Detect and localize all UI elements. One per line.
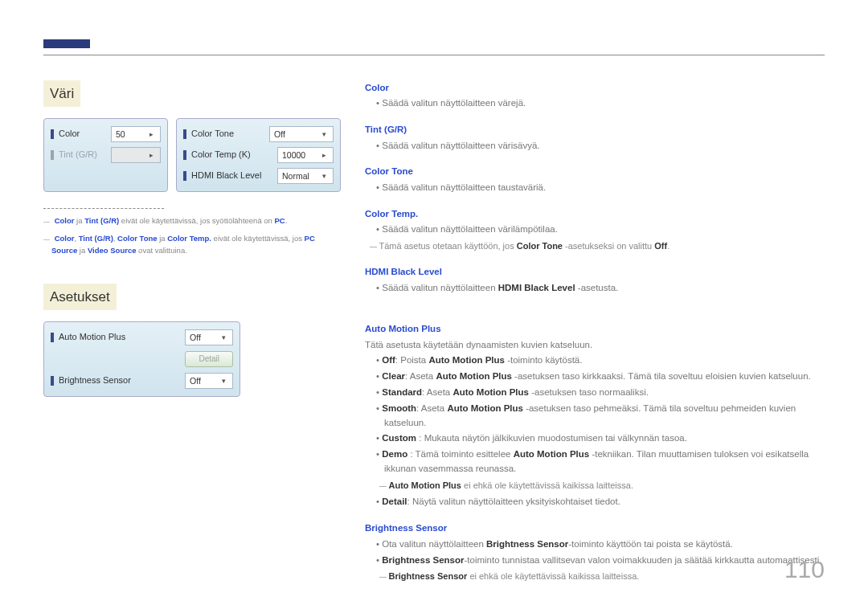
- hdmi-value: Normal: [282, 170, 309, 183]
- bs-dropdown[interactable]: Off ▾: [185, 373, 233, 389]
- amp-dropdown[interactable]: Off ▾: [185, 329, 233, 345]
- label-hdmiblack: HDMI Black Level: [191, 169, 277, 183]
- text-color: Säädä valitun näyttölaitteen värejä.: [365, 96, 823, 111]
- text-tint: Säädä valitun näyttölaitteen värisävyä.: [365, 139, 823, 153]
- chevron-down-icon[interactable]: ▾: [219, 332, 228, 343]
- amp-note: Auto Motion Plus ei ehkä ole käytettävis…: [365, 479, 823, 493]
- settings-panel: Auto Motion Plus Off ▾ Detail Brightness…: [43, 321, 240, 397]
- row-brightness-sensor: Brightness Sensor Off ▾: [51, 370, 233, 391]
- footnote-1: Color ja Tint (G/R) eivät ole käytettävi…: [43, 215, 341, 227]
- label-colortemp: Color Temp (K): [191, 148, 277, 162]
- color-panels: Color 50 ▸ Tint (G/R) ▸ Color Tone Off: [43, 118, 341, 192]
- amp-detail: Detail: Näytä valitun näyttölaitteen yks…: [365, 495, 823, 509]
- chevron-down-icon[interactable]: ▾: [320, 170, 329, 182]
- header-divider: [43, 55, 825, 55]
- heading-colortone: Color Tone: [365, 164, 823, 178]
- amp-value: Off: [190, 331, 201, 345]
- label-tint: Tint (G/R): [59, 148, 111, 162]
- heading-color: Color: [365, 80, 823, 95]
- row-amp: Auto Motion Plus Off ▾: [51, 327, 233, 348]
- colortone-dropdown[interactable]: Off ▾: [269, 126, 334, 142]
- desc-colortemp: Color Temp. Säädä valitun näyttölaitteen…: [365, 206, 823, 254]
- color-panel-b: Color Tone Off ▾ Color Temp (K) 10000 ▸ …: [176, 118, 341, 192]
- hdmi-dropdown[interactable]: Normal ▾: [277, 168, 334, 184]
- row-colortone: Color Tone Off ▾: [183, 124, 334, 145]
- detail-button[interactable]: Detail: [185, 351, 233, 367]
- desc-colortone: Color Tone Säädä valitun näyttölaitteen …: [365, 164, 823, 194]
- desc-hdmi: HDMI Black Level Säädä valitun näyttölai…: [365, 264, 823, 295]
- colortemp-value: 10000: [282, 149, 305, 162]
- color-panel-a: Color 50 ▸ Tint (G/R) ▸: [43, 118, 168, 192]
- text-colortemp: Säädä valitun näyttölaitteen värilämpöti…: [365, 223, 823, 237]
- amp-smooth: Smooth: Aseta Auto Motion Plus -asetukse…: [365, 402, 823, 431]
- footnote-2: Color, Tint (G/R), Color Tone ja Color T…: [43, 233, 341, 256]
- heading-hdmi: HDMI Black Level: [365, 264, 823, 279]
- spinner-up-icon: ▸: [147, 149, 156, 161]
- row-hdmiblack: HDMI Black Level Normal ▾: [183, 166, 334, 186]
- note-colortemp: Tämä asetus otetaan käyttöön, jos Color …: [365, 239, 823, 254]
- text-hdmi: Säädä valitun näyttölaitteen HDMI Black …: [365, 281, 823, 296]
- bs-value: Off: [190, 374, 201, 388]
- tint-spinner: ▸: [111, 147, 161, 163]
- desc-tint: Tint (G/R) Säädä valitun näyttölaitteen …: [365, 122, 823, 153]
- row-detail: Detail: [51, 348, 233, 370]
- label-brightness-sensor: Brightness Sensor: [59, 374, 185, 388]
- footnote-divider: [43, 208, 164, 209]
- desc-amp: Auto Motion Plus Tätä asetusta käytetään…: [365, 321, 823, 510]
- row-tint: Tint (G/R) ▸: [51, 145, 161, 166]
- desc-color: Color Säädä valitun näyttölaitteen värej…: [365, 80, 823, 111]
- spinner-up-icon[interactable]: ▸: [147, 129, 156, 140]
- bs-note: Brightness Sensor ei ehkä ole käytettävi…: [365, 570, 823, 584]
- heading-amp: Auto Motion Plus: [365, 321, 823, 336]
- amp-standard: Standard: Aseta Auto Motion Plus -asetuk…: [365, 386, 823, 400]
- header-accent: [43, 39, 90, 48]
- amp-custom: Custom : Mukauta näytön jälkikuvien muod…: [365, 431, 823, 446]
- amp-clear: Clear: Aseta Auto Motion Plus -asetuksen…: [365, 370, 823, 384]
- amp-demo: Demo : Tämä toiminto esittelee Auto Moti…: [365, 447, 823, 476]
- desc-bs: Brightness Sensor Ota valitun näyttölait…: [365, 521, 823, 584]
- section-title-asetukset: Asetukset: [43, 284, 117, 310]
- page-number: 110: [784, 550, 825, 589]
- right-column: Color Säädä valitun näyttölaitteen värej…: [365, 80, 823, 595]
- heading-colortemp: Color Temp.: [365, 206, 823, 221]
- section-title-vari: Väri: [43, 80, 80, 107]
- colortone-value: Off: [274, 128, 285, 141]
- amp-off: Off: Poista Auto Motion Plus -toiminto k…: [365, 353, 823, 368]
- row-colortemp: Color Temp (K) 10000 ▸: [183, 145, 334, 166]
- bs-b2: Brightness Sensor-toiminto tunnistaa val…: [365, 554, 823, 568]
- colortemp-spinner[interactable]: 10000 ▸: [277, 147, 334, 163]
- intro-amp: Tätä asetusta käytetään dynaamisten kuvi…: [365, 337, 823, 352]
- row-color: Color 50 ▸: [51, 124, 161, 145]
- color-value: 50: [116, 128, 125, 141]
- heading-bs: Brightness Sensor: [365, 521, 823, 535]
- label-colortone: Color Tone: [191, 127, 269, 141]
- chevron-down-icon[interactable]: ▾: [219, 375, 228, 386]
- color-spinner[interactable]: 50 ▸: [111, 126, 161, 142]
- left-column: Väri Color 50 ▸ Tint (G/R) ▸: [43, 80, 341, 397]
- spinner-up-icon[interactable]: ▸: [320, 149, 329, 161]
- text-colortone: Säädä valitun näyttölaitteen taustaväriä…: [365, 181, 823, 195]
- bs-b1: Ota valitun näyttölaitteen Brightness Se…: [365, 537, 823, 552]
- label-color: Color: [59, 127, 111, 141]
- label-amp: Auto Motion Plus: [59, 330, 185, 345]
- chevron-down-icon[interactable]: ▾: [320, 129, 329, 140]
- heading-tint: Tint (G/R): [365, 122, 823, 137]
